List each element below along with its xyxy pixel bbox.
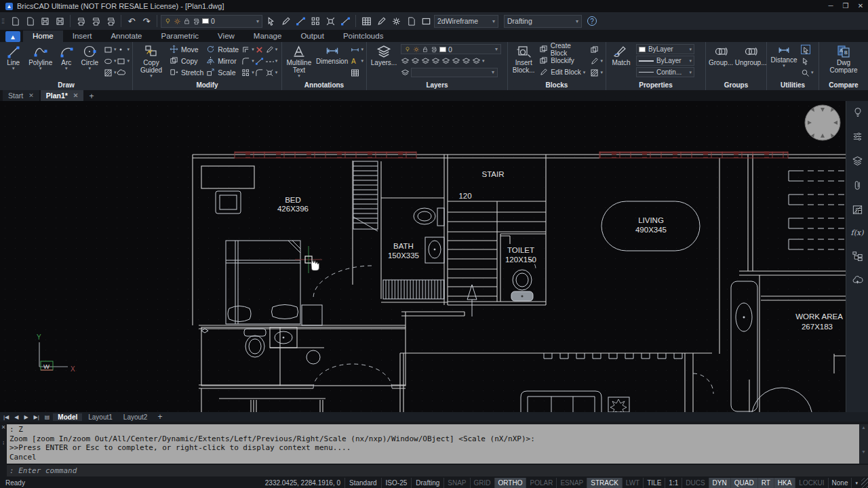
pipette-icon[interactable] — [279, 14, 292, 28]
toggle-rt[interactable]: RT — [757, 478, 774, 488]
new-tab-icon[interactable]: + — [85, 92, 98, 101]
tips-bulb-icon[interactable] — [852, 106, 863, 118]
toggle-dyn[interactable]: DYN — [709, 478, 730, 488]
resize-grip[interactable] — [861, 478, 868, 488]
minimize-icon[interactable]: ─ — [823, 0, 838, 12]
tab-view[interactable]: View — [208, 30, 244, 42]
layer-unlock-icon[interactable] — [472, 56, 481, 66]
toggle-scale[interactable]: 1:1 — [665, 478, 682, 488]
edit-pencil-icon[interactable] — [374, 14, 388, 28]
lineweight-dropdown[interactable]: ByLayer▾ — [636, 56, 694, 66]
create-block-button[interactable]: Create Block — [539, 44, 587, 54]
revision-cloud-icon[interactable] — [117, 68, 126, 77]
help-icon[interactable]: ? — [587, 16, 597, 26]
group-button[interactable]: Group... — [709, 44, 733, 66]
cloud-share-icon[interactable] — [852, 274, 863, 286]
last-layout-icon[interactable]: ▶| — [32, 414, 41, 420]
close-icon[interactable]: ✕ — [853, 0, 868, 12]
tab-annotate[interactable]: Annotate — [101, 30, 151, 42]
close-tab-icon[interactable]: ✕ — [73, 92, 79, 99]
doc-tab-plan1[interactable]: Plan1*✕ — [41, 90, 84, 101]
dimension-button[interactable]: Dimension — [316, 44, 349, 65]
block-edit-icon[interactable] — [590, 56, 599, 66]
command-drag-handle[interactable]: ⁞ — [0, 440, 7, 446]
layer-freeze-icon[interactable] — [421, 56, 431, 66]
table-icon[interactable] — [351, 68, 360, 77]
erase-icon[interactable] — [255, 45, 264, 54]
layers-panel-icon[interactable] — [852, 155, 863, 167]
tab-manage[interactable]: Manage — [244, 30, 292, 42]
navigation-compass[interactable] — [805, 105, 840, 140]
application-button[interactable]: ▲ — [5, 31, 20, 42]
open-document-icon[interactable] — [23, 14, 37, 28]
tab-pointclouds[interactable]: Pointclouds — [334, 30, 393, 42]
circle-button[interactable]: Circle▾ — [79, 44, 101, 70]
command-history[interactable]: : Z Zoom [zoom In/zoom Out/All/Center/Dy… — [7, 424, 859, 464]
tab-home[interactable]: Home — [23, 30, 63, 42]
lamp-tool-icon[interactable] — [264, 14, 277, 28]
explode-icon[interactable] — [265, 68, 275, 77]
block-attach-icon[interactable] — [590, 45, 599, 54]
offset-icon[interactable] — [241, 45, 251, 54]
block-paint-icon[interactable] — [590, 68, 599, 77]
blockify-button[interactable]: Blockify — [539, 56, 587, 66]
layer-off-icon[interactable] — [452, 56, 461, 66]
rectangle-icon[interactable] — [104, 45, 113, 54]
next-layout-icon[interactable]: ▶ — [22, 414, 30, 420]
hatch-icon[interactable] — [104, 68, 113, 77]
scale-button[interactable]: Scale — [206, 67, 239, 77]
status-dropdown-icon[interactable]: ▾ — [851, 478, 861, 488]
close-command-icon[interactable]: ✕ — [0, 424, 7, 430]
toggle-grid[interactable]: GRID — [470, 478, 494, 488]
dwg-compare-button[interactable]: Dwg Compare — [826, 44, 861, 74]
tab-layout1[interactable]: Layout1 — [83, 413, 117, 421]
save-as-icon[interactable] — [53, 14, 66, 28]
toggle-lockui[interactable]: LOCKUI — [795, 478, 827, 488]
color-dropdown[interactable]: ByLayer▾ — [636, 44, 694, 54]
toggle-hka[interactable]: HKA — [774, 478, 795, 488]
visual-style-dropdown[interactable]: 2dWireframe▾ — [434, 15, 498, 28]
print-icon[interactable] — [89, 14, 102, 28]
rotate-button[interactable]: Rotate — [206, 44, 239, 54]
move-button[interactable]: Move — [170, 44, 203, 54]
workspace-dropdown[interactable]: Drafting▾ — [504, 15, 582, 28]
redo-icon[interactable]: ↷ — [140, 14, 153, 28]
mirror-button[interactable]: Mirror — [206, 56, 239, 66]
maximize-icon[interactable]: ❐ — [838, 0, 853, 12]
properties-sliders-icon[interactable] — [852, 131, 863, 142]
layers-button[interactable]: Layers... — [370, 44, 398, 66]
select-similar-icon[interactable] — [801, 45, 810, 54]
edit-entity-icon[interactable] — [265, 45, 275, 54]
ribbon-layer-dropdown[interactable]: 0 ▾ — [401, 44, 501, 54]
layer-isolate-icon[interactable] — [401, 56, 410, 66]
drawing-canvas[interactable]: BED 426X396 BATH 150X335 STAIR 120 TOILE… — [0, 101, 846, 412]
node-grid-icon[interactable] — [309, 14, 322, 28]
command-input[interactable]: : Enter command — [7, 465, 868, 476]
line-button[interactable]: Line▾ — [3, 44, 24, 70]
node-edit-icon[interactable] — [294, 14, 307, 28]
panel-table-icon[interactable] — [359, 14, 373, 28]
node-link-icon[interactable] — [323, 14, 337, 28]
chamfer-icon[interactable] — [241, 56, 251, 66]
trim-icon[interactable] — [255, 56, 264, 66]
layer-on-icon[interactable] — [441, 56, 451, 66]
print-preview-icon[interactable] — [104, 14, 117, 28]
magnifier-icon[interactable] — [801, 68, 810, 77]
toggle-quad[interactable]: QUAD — [730, 478, 757, 488]
polyline-button[interactable]: Polyline▾ — [26, 44, 54, 70]
prev-layout-icon[interactable]: ◀ — [12, 414, 20, 420]
structure-tree-icon[interactable] — [852, 250, 863, 262]
point-icon[interactable] — [117, 45, 126, 54]
annotation-scale-field[interactable]: None — [828, 478, 852, 488]
tab-insert[interactable]: Insert — [63, 30, 102, 42]
command-scrollbar[interactable]: ▲▼ — [859, 424, 868, 464]
copy-button[interactable]: Copy — [170, 56, 203, 66]
page-setup-icon[interactable] — [74, 14, 87, 28]
toggle-tile[interactable]: TILE — [643, 478, 665, 488]
layer-dropdown[interactable]: 0 ▾ — [161, 15, 262, 28]
settings-gear-icon[interactable] — [389, 14, 403, 28]
entity-style-field[interactable]: Standard — [344, 478, 381, 488]
layer-thaw-icon[interactable] — [431, 56, 441, 66]
arc-button[interactable]: Arc▾ — [57, 44, 76, 70]
toggle-strack[interactable]: STRACK — [587, 478, 622, 488]
